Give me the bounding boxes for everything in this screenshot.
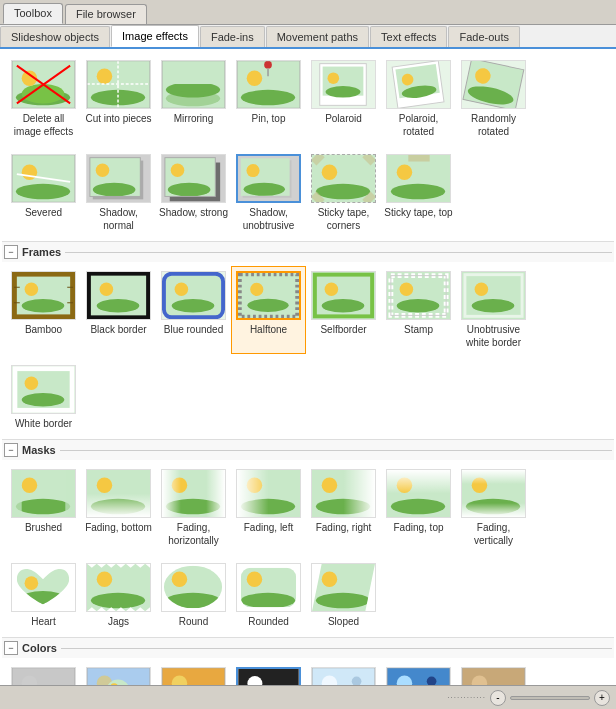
item-bamboo[interactable]: Bamboo	[6, 266, 81, 354]
item-blue-rounded[interactable]: Blue rounded	[156, 266, 231, 354]
svg-point-86	[247, 299, 288, 312]
svg-rect-116	[87, 470, 150, 517]
svg-point-60	[322, 164, 338, 180]
svg-point-104	[25, 376, 39, 390]
zoom-slider[interactable]	[510, 696, 590, 700]
collapse-masks[interactable]: −	[4, 443, 18, 457]
item-round[interactable]: Round	[156, 558, 231, 633]
item-delete-all[interactable]: Delete all image effects	[6, 55, 81, 143]
label-rounded: Rounded	[248, 615, 289, 628]
svg-rect-184	[387, 668, 450, 685]
svg-point-67	[397, 164, 413, 180]
item-fading-left[interactable]: Fading, left	[231, 464, 306, 552]
item-sticky-top[interactable]: Sticky tape, top	[381, 149, 456, 237]
svg-rect-111	[12, 470, 22, 517]
svg-rect-112	[65, 470, 75, 517]
item-rounded[interactable]: Rounded	[231, 558, 306, 633]
label-brushed: Brushed	[25, 521, 62, 534]
item-white-border[interactable]: White border	[6, 360, 81, 435]
tab-fadeins[interactable]: Fade-ins	[200, 26, 265, 47]
thumb-severed	[11, 154, 76, 203]
item-fading-bottom[interactable]: Fading, bottom	[81, 464, 156, 552]
thumb-heart	[11, 563, 76, 612]
item-polaroid[interactable]: Polaroid	[306, 55, 381, 143]
label-polaroid-rotated: Polaroid, rotated	[384, 112, 453, 138]
svg-rect-68	[408, 155, 429, 162]
svg-point-103	[22, 393, 65, 407]
item-fading-vert[interactable]: Fading, vertically	[456, 464, 531, 552]
item-bw[interactable]: B/W	[6, 662, 81, 685]
label-fading-left: Fading, left	[244, 521, 293, 534]
item-color-reduction[interactable]: Color reduction	[156, 662, 231, 685]
thumb-poster-blue	[386, 667, 451, 685]
item-blury-blue[interactable]: Blury background, blue	[81, 662, 156, 685]
label-jags: Jags	[108, 615, 129, 628]
item-halftone[interactable]: Halftone	[231, 266, 306, 354]
zoom-out-button[interactable]: -	[490, 690, 506, 706]
svg-point-153	[247, 572, 263, 588]
content-area[interactable]: Delete all image effects Cut into pieces	[0, 49, 616, 685]
tab-movement[interactable]: Movement paths	[266, 26, 369, 47]
item-brushed[interactable]: Brushed	[6, 464, 81, 552]
svg-point-90	[322, 299, 365, 313]
item-fading-top[interactable]: Fading, top	[381, 464, 456, 552]
tab-toolbox[interactable]: Toolbox	[3, 3, 63, 24]
tab-text-effects[interactable]: Text effects	[370, 26, 447, 47]
section-header-frames: − Frames	[2, 241, 614, 262]
item-black-border[interactable]: Black border	[81, 266, 156, 354]
item-unob-white[interactable]: Unobtrusive white border	[456, 266, 531, 354]
thumb-black-border	[86, 271, 151, 320]
item-stamp[interactable]: Stamp	[381, 266, 456, 354]
section-title-colors: Colors	[22, 642, 57, 654]
svg-point-20	[241, 90, 295, 106]
item-shadow-unob[interactable]: Shadow, unobtrusive	[231, 149, 306, 237]
bottom-dots: ············	[447, 693, 486, 702]
item-color-red-mid[interactable]: Color reduction, middle tones	[231, 662, 306, 685]
label-black-border: Black border	[90, 323, 146, 336]
tab-slideshow[interactable]: Slideshow objects	[0, 26, 110, 47]
svg-rect-159	[12, 668, 75, 685]
item-shadow-strong[interactable]: Shadow, strong	[156, 149, 231, 237]
item-sticky-corners[interactable]: Sticky tape, corners	[306, 149, 381, 237]
thumb-sepia	[461, 667, 526, 685]
item-mirroring[interactable]: Mirroring	[156, 55, 231, 143]
tab-image-effects[interactable]: Image effects	[111, 25, 199, 47]
label-fading-right: Fading, right	[316, 521, 372, 534]
zoom-in-button[interactable]: +	[594, 690, 610, 706]
svg-point-157	[316, 593, 370, 609]
collapse-frames[interactable]: −	[4, 245, 18, 259]
item-fading-horiz[interactable]: Fading, horizontally	[156, 464, 231, 552]
label-randomly-rotated: Randomly rotated	[459, 112, 528, 138]
item-ice[interactable]: Ice	[306, 662, 381, 685]
collapse-colors[interactable]: −	[4, 641, 18, 655]
item-severed[interactable]: Severed	[6, 149, 81, 237]
label-sloped: Sloped	[328, 615, 359, 628]
svg-point-91	[325, 282, 339, 296]
thumb-blue-rounded	[161, 271, 226, 320]
thumb-sticky-top	[386, 154, 451, 203]
colors-grid: B/W Blury background, blue	[2, 660, 614, 685]
thumb-sticky-corners	[311, 154, 376, 203]
item-fading-right[interactable]: Fading, right	[306, 464, 381, 552]
item-shadow-normal[interactable]: Shadow, normal	[81, 149, 156, 237]
main-tabs: Toolbox File browser	[0, 0, 616, 25]
item-randomly-rotated[interactable]: Randomly rotated	[456, 55, 531, 143]
frames-grid: Bamboo Black border	[2, 264, 614, 358]
item-poster-blue[interactable]: Poster, blue	[381, 662, 456, 685]
item-polaroid-rotated[interactable]: Polaroid, rotated	[381, 55, 456, 143]
svg-point-45	[96, 163, 110, 177]
item-pin-top[interactable]: Pin, top	[231, 55, 306, 143]
item-heart[interactable]: Heart	[6, 558, 81, 633]
item-cut-pieces[interactable]: Cut into pieces	[81, 55, 156, 143]
label-unob-white: Unobtrusive white border	[459, 323, 528, 349]
item-jags[interactable]: Jags	[81, 558, 156, 633]
item-sloped[interactable]: Sloped	[306, 558, 381, 633]
svg-point-143	[97, 572, 113, 588]
item-sepia[interactable]: Sepia	[456, 662, 531, 685]
tab-fadeouts[interactable]: Fade-outs	[448, 26, 520, 47]
tab-filebrowser[interactable]: File browser	[65, 4, 147, 24]
svg-point-158	[322, 572, 338, 588]
thumb-shadow-normal	[86, 154, 151, 203]
svg-point-21	[247, 70, 263, 86]
item-selfborder[interactable]: Selfborder	[306, 266, 381, 354]
